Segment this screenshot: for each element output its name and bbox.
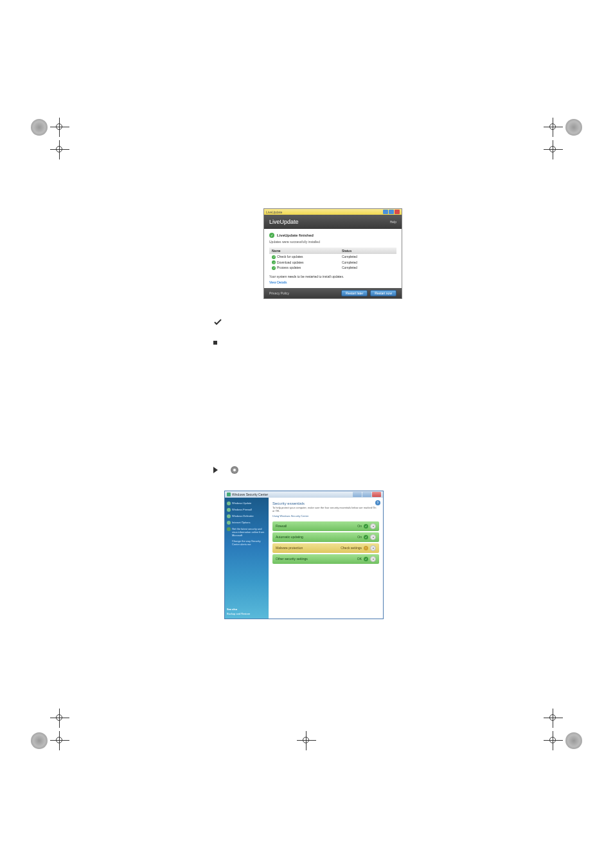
section-malware[interactable]: Malware protection Check settings ! ▾	[272, 543, 379, 553]
maximize-button[interactable]	[362, 492, 371, 497]
check-icon: ✓	[272, 266, 276, 270]
chevron-down-icon[interactable]: ▾	[370, 534, 376, 540]
crop-mark-cross	[544, 731, 563, 750]
crop-mark-cross	[544, 118, 563, 137]
help-link[interactable]: Help	[390, 220, 396, 224]
see-also-label: See also	[227, 607, 267, 611]
using-link[interactable]: Using Windows Security Center	[272, 514, 379, 518]
sidebar-item-alerts[interactable]: Change the way Security Center alerts me	[227, 538, 267, 547]
crop-mark-cross	[544, 140, 563, 159]
security-center-window: Windows Security Center Windows Update W…	[224, 491, 384, 619]
liveupdate-footer: Privacy Policy Restart later Restart now	[264, 288, 402, 298]
table-header: Name Status	[269, 248, 396, 254]
col-name: Name	[269, 248, 339, 254]
gear-icon-wrapper	[231, 466, 238, 474]
sidebar-item-defender[interactable]: Windows Defender	[227, 513, 267, 520]
titlebar[interactable]: Windows Security Center	[225, 491, 383, 498]
chevron-down-icon[interactable]: ▾	[370, 556, 376, 562]
square-bullet	[213, 341, 217, 345]
main-title: Security essentials	[272, 502, 379, 505]
restart-message: Your system needs to be restarted to ins…	[269, 275, 396, 278]
section-other[interactable]: Other security settings OK ✓ ▾	[272, 554, 379, 564]
close-button[interactable]	[372, 492, 381, 497]
checkmark-bullet	[213, 318, 222, 327]
liveupdate-header: LiveUpdate Help	[264, 215, 402, 229]
table-row: ✓Check for updates Completed	[269, 254, 396, 260]
checkmark-icon	[213, 318, 222, 327]
crop-mark-cross	[544, 709, 563, 728]
maximize-button[interactable]	[389, 210, 394, 214]
crop-mark-cross	[50, 731, 69, 750]
privacy-link[interactable]: Privacy Policy	[269, 291, 289, 295]
col-status: Status	[339, 248, 396, 254]
crop-mark-cross	[50, 118, 69, 137]
status-subtitle: Updates were successfully installed	[269, 240, 396, 244]
check-icon: ✓	[272, 260, 276, 264]
restart-now-button[interactable]: Restart now	[370, 290, 396, 296]
crop-mark-circle	[31, 119, 48, 136]
sidebar-item-latest-security[interactable]: Get the latest security and virus inform…	[227, 526, 267, 538]
crop-mark-circle	[565, 119, 582, 136]
window-title: Windows Security Center	[232, 493, 268, 496]
status-ok-icon: ✓	[364, 535, 368, 539]
titlebar[interactable]: LiveUpdate	[264, 209, 402, 215]
firewall-icon	[227, 508, 231, 512]
crop-mark-cross	[50, 140, 69, 159]
sidebar-item-internet-options[interactable]: Internet Options	[227, 520, 267, 526]
internet-icon	[227, 521, 231, 525]
updates-table: Name Status ✓Check for updates Completed…	[269, 248, 396, 271]
titlebar-text: LiveUpdate	[266, 210, 282, 214]
status-title: LiveUpdate finished	[277, 233, 314, 237]
crop-mark-circle	[565, 732, 582, 749]
main-panel: ? Security essentials To help protect yo…	[269, 498, 383, 619]
triangle-bullet	[213, 467, 218, 473]
sidebar-footer: See also Backup and Restore	[227, 607, 267, 616]
section-updating[interactable]: Automatic updating On ✓ ▾	[272, 532, 379, 542]
chevron-down-icon[interactable]: ▾	[370, 523, 376, 529]
sidebar: Windows Update Windows Firewall Windows …	[225, 498, 269, 619]
status-ok-icon: ✓	[364, 524, 368, 529]
help-icon[interactable]: ?	[375, 500, 380, 505]
view-details-link[interactable]: View Details	[269, 280, 396, 284]
section-firewall[interactable]: Firewall On ✓ ▾	[272, 521, 379, 531]
shield-icon	[227, 493, 231, 496]
crop-mark-circle	[31, 732, 48, 749]
liveupdate-window: LiveUpdate LiveUpdate Help ✓ LiveUpdate …	[263, 208, 402, 299]
restart-later-button[interactable]: Restart later	[341, 290, 368, 296]
check-icon: ✓	[272, 255, 276, 259]
info-icon	[227, 527, 231, 531]
minimize-button[interactable]	[383, 210, 388, 214]
liveupdate-body: ✓ LiveUpdate finished Updates were succe…	[264, 229, 402, 288]
table-row: ✓Download updates Completed	[269, 260, 396, 266]
play-icon	[213, 467, 218, 473]
gear-icon	[231, 466, 238, 474]
check-icon: ✓	[269, 233, 274, 238]
update-icon	[227, 502, 231, 505]
close-button[interactable]	[395, 210, 400, 214]
crop-mark-cross	[297, 731, 316, 750]
sidebar-item-windows-update[interactable]: Windows Update	[227, 500, 267, 507]
chevron-down-icon[interactable]: ▾	[370, 545, 376, 551]
sidebar-item-firewall[interactable]: Windows Firewall	[227, 507, 267, 513]
status-warn-icon: !	[364, 546, 368, 550]
status-ok-icon: ✓	[364, 557, 368, 561]
main-subtitle: To help protect your computer, make sure…	[272, 507, 379, 513]
crop-mark-cross	[50, 709, 69, 728]
backup-restore-link[interactable]: Backup and Restore	[227, 611, 267, 616]
defender-icon	[227, 514, 231, 518]
table-row: ✓Process updates Completed	[269, 265, 396, 271]
header-title: LiveUpdate	[269, 219, 299, 225]
minimize-button[interactable]	[353, 492, 362, 497]
